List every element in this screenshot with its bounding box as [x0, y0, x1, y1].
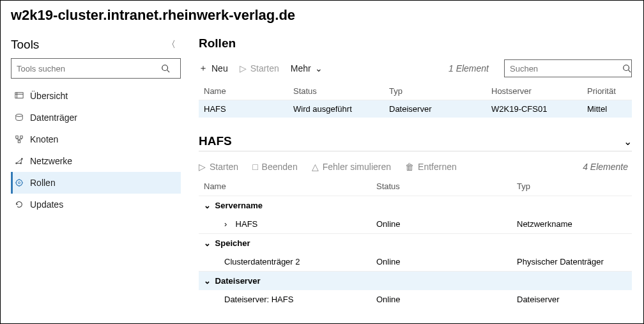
svg-line-15: [629, 70, 631, 73]
col-status[interactable]: Status: [293, 86, 389, 96]
chevron-down-icon: ⌄: [204, 238, 213, 248]
sidebar-item-label: Rollen: [30, 178, 56, 188]
cell-type: Dateiserver: [389, 104, 491, 114]
detail-stop-button[interactable]: □ Beenden: [252, 162, 298, 172]
main-panel: Rollen ＋ Neu ▷ Starten Mehr ⌄ 1 Element: [188, 27, 643, 322]
detail-row[interactable]: › HAFSOnlineNetzwerkname: [199, 215, 632, 233]
cell-name: Dateiserver: HAFS: [224, 295, 376, 304]
plus-icon: ＋: [199, 63, 208, 74]
new-button[interactable]: ＋ Neu: [199, 63, 228, 74]
start-button[interactable]: ▷ Starten: [240, 63, 279, 73]
detail-group[interactable]: ⌄ Servername: [199, 196, 632, 215]
more-label: Mehr: [291, 63, 311, 73]
roles-icon: [15, 178, 30, 187]
nodes-icon: [15, 135, 30, 144]
sidebar-item-label: Netzwerke: [30, 156, 72, 166]
detail-group[interactable]: ⌄ Dateiserver: [199, 271, 632, 290]
sidebar-item-networks[interactable]: Netzwerke: [11, 150, 181, 172]
detail-row: Clusterdatenträger 2OnlinePhysischer Dat…: [199, 252, 632, 271]
overview-icon: [15, 91, 30, 100]
col-name[interactable]: Name: [204, 181, 376, 191]
new-label: Neu: [211, 63, 228, 73]
detail-count: 4 Elemente: [583, 162, 628, 172]
col-status[interactable]: Status: [376, 181, 517, 191]
detail-simfail-button[interactable]: △ Fehler simulieren: [312, 162, 391, 172]
detail-heading: HAFS: [199, 134, 232, 148]
cell-status: Online: [376, 219, 517, 229]
tools-search[interactable]: [11, 58, 181, 79]
detail-section: HAFS ⌄ ▷ Starten □ Beenden △ Fehler simu…: [199, 134, 632, 309]
roles-table-header: Name Status Typ Hostserver Priorität: [199, 82, 632, 100]
roles-count: 1 Element: [448, 63, 489, 73]
start-label: Starten: [250, 63, 279, 73]
detail-table-header: Name Status Typ: [199, 177, 632, 196]
cell-status: Online: [376, 295, 517, 304]
chevron-down-icon: ⌄: [204, 276, 213, 286]
cell-type: Netzwerkname: [517, 219, 627, 229]
collapse-sidebar-icon[interactable]: 〈: [167, 39, 178, 50]
svg-point-5: [16, 114, 23, 117]
sidebar-item-disks[interactable]: Datenträger: [11, 107, 181, 128]
detail-remove-button[interactable]: 🗑 Entfernen: [405, 162, 457, 172]
svg-point-14: [624, 65, 629, 71]
chevron-down-icon: ⌄: [315, 63, 323, 73]
tools-heading: Tools: [11, 38, 39, 52]
disk-icon: [15, 113, 30, 122]
svg-rect-8: [18, 141, 20, 143]
stop-icon: □: [252, 162, 257, 172]
sidebar-item-updates[interactable]: Updates: [11, 194, 181, 215]
col-host[interactable]: Hostserver: [491, 86, 587, 96]
col-name[interactable]: Name: [204, 86, 293, 96]
warning-icon: △: [312, 162, 319, 172]
detail-row: Dateiserver: HAFSOnlineDateiserver: [199, 290, 632, 309]
detail-group[interactable]: ⌄ Speicher: [199, 233, 632, 252]
roles-table-row[interactable]: HAFS Wird ausgeführt Dateiserver W2K19-C…: [199, 100, 632, 118]
svg-rect-6: [16, 136, 19, 139]
play-icon: ▷: [240, 63, 247, 73]
svg-point-0: [162, 65, 168, 71]
col-type[interactable]: Typ: [389, 86, 491, 96]
sidebar-item-label: Datenträger: [30, 112, 77, 123]
tools-search-input[interactable]: [12, 64, 161, 73]
network-icon: [15, 157, 30, 166]
chevron-right-icon: ›: [224, 219, 233, 229]
roles-toolbar: ＋ Neu ▷ Starten Mehr ⌄ 1 Element: [199, 59, 632, 77]
trash-icon: 🗑: [405, 162, 414, 172]
sidebar: Tools 〈 Übersicht Datenträger Knoten: [1, 27, 188, 322]
sidebar-item-nodes[interactable]: Knoten: [11, 128, 181, 150]
svg-line-1: [167, 70, 170, 73]
detail-toolbar: ▷ Starten □ Beenden △ Fehler simulieren …: [199, 162, 632, 172]
chevron-down-icon: ⌄: [204, 201, 213, 210]
cell-status: Wird ausgeführt: [293, 104, 389, 114]
roles-search[interactable]: [504, 59, 632, 77]
cell-name: HAFS: [204, 104, 293, 114]
roles-heading: Rollen: [199, 36, 632, 50]
tools-nav: Übersicht Datenträger Knoten Netzwerke R…: [11, 85, 181, 215]
col-type[interactable]: Typ: [517, 181, 627, 191]
svg-point-13: [18, 181, 20, 183]
cell-priority: Mittel: [587, 104, 633, 114]
sidebar-item-overview[interactable]: Übersicht: [11, 85, 181, 107]
cell-type: Physischer Datenträger: [517, 257, 627, 266]
roles-search-input[interactable]: [505, 64, 622, 73]
page-title: w2k19-cluster.intranet.rheinwerk-verlag.…: [1, 1, 643, 27]
cell-name: Clusterdatenträger 2: [224, 257, 376, 266]
collapse-detail-icon[interactable]: ⌄: [624, 135, 632, 148]
cell-status: Online: [376, 257, 517, 266]
svg-rect-7: [20, 136, 23, 139]
sidebar-item-label: Updates: [30, 199, 63, 210]
sidebar-item-label: Knoten: [30, 134, 58, 144]
cell-host: W2K19-CFS01: [491, 104, 587, 114]
search-icon[interactable]: [161, 64, 180, 73]
cell-name: › HAFS: [224, 219, 376, 229]
sidebar-item-label: Übersicht: [30, 91, 68, 101]
sidebar-item-roles[interactable]: Rollen: [11, 172, 181, 194]
more-button[interactable]: Mehr ⌄: [291, 63, 323, 73]
cell-type: Dateiserver: [517, 295, 627, 304]
col-priority[interactable]: Priorität: [587, 86, 633, 96]
play-icon: ▷: [199, 162, 206, 172]
search-icon[interactable]: [622, 64, 631, 73]
updates-icon: [15, 200, 30, 209]
svg-rect-2: [15, 93, 23, 98]
detail-start-button[interactable]: ▷ Starten: [199, 162, 238, 172]
